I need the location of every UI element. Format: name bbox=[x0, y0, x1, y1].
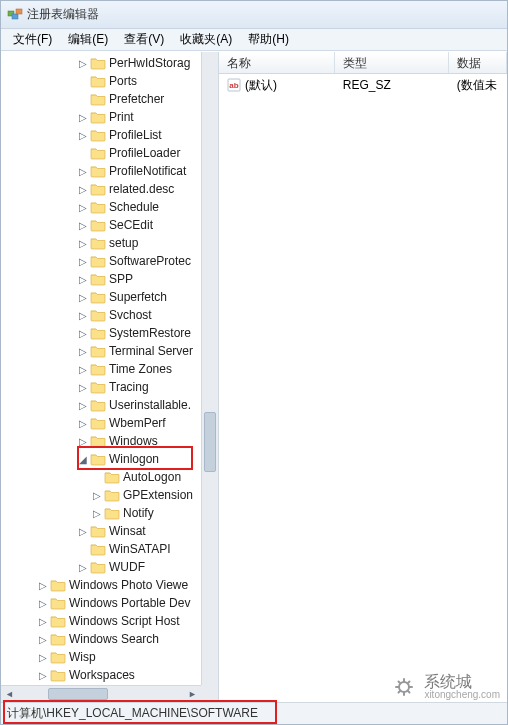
tree-item-label: Windows Portable Dev bbox=[69, 596, 194, 610]
tree-item[interactable]: ▷SystemRestore bbox=[1, 324, 201, 342]
tree-item[interactable]: ◢Winlogon bbox=[1, 450, 201, 468]
tree-item-label: Workspaces bbox=[69, 668, 139, 682]
statusbar: 计算机\HKEY_LOCAL_MACHINE\SOFTWARE bbox=[1, 702, 507, 724]
expand-icon[interactable]: ▷ bbox=[37, 598, 49, 609]
watermark-icon bbox=[390, 673, 418, 701]
expand-icon[interactable]: ▷ bbox=[77, 202, 89, 213]
scrollbar-thumb[interactable] bbox=[204, 412, 216, 472]
tree-item[interactable]: ▷Windows bbox=[1, 432, 201, 450]
expand-icon[interactable]: ▷ bbox=[77, 238, 89, 249]
tree-item[interactable]: ▷Windows Photo Viewe bbox=[1, 576, 201, 594]
tree-item[interactable]: ▷Terminal Server bbox=[1, 342, 201, 360]
tree-item[interactable]: ▷Time Zones bbox=[1, 360, 201, 378]
expand-icon[interactable]: ▷ bbox=[37, 652, 49, 663]
tree-item[interactable]: ▷Workspaces bbox=[1, 666, 201, 684]
tree-item[interactable]: ▷WinSATAPI bbox=[1, 540, 201, 558]
expand-icon[interactable]: ▷ bbox=[37, 580, 49, 591]
menu-edit[interactable]: 编辑(E) bbox=[60, 29, 116, 50]
expand-icon[interactable]: ▷ bbox=[77, 256, 89, 267]
window-title: 注册表编辑器 bbox=[27, 6, 99, 23]
expand-icon[interactable]: ▷ bbox=[77, 220, 89, 231]
tree-item[interactable]: ▷Userinstallable. bbox=[1, 396, 201, 414]
menu-favorites[interactable]: 收藏夹(A) bbox=[172, 29, 240, 50]
expand-icon[interactable]: ▷ bbox=[77, 418, 89, 429]
titlebar[interactable]: 注册表编辑器 bbox=[1, 1, 507, 29]
tree-item[interactable]: ▷ProfileLoader bbox=[1, 144, 201, 162]
expand-icon[interactable]: ▷ bbox=[77, 112, 89, 123]
tree-item[interactable]: ▷Winsat bbox=[1, 522, 201, 540]
col-name[interactable]: 名称 bbox=[219, 52, 335, 73]
tree-item-label: GPExtension bbox=[123, 488, 197, 502]
expand-icon[interactable]: ▷ bbox=[77, 166, 89, 177]
expand-icon[interactable]: ▷ bbox=[77, 346, 89, 357]
tree-item[interactable]: ▷SoftwareProtec bbox=[1, 252, 201, 270]
expand-icon[interactable]: ▷ bbox=[77, 130, 89, 141]
expand-icon[interactable]: ▷ bbox=[77, 292, 89, 303]
tree-item[interactable]: ▷ProfileList bbox=[1, 126, 201, 144]
tree-item[interactable]: ▷Windows Portable Dev bbox=[1, 594, 201, 612]
tree-item-label: SystemRestore bbox=[109, 326, 195, 340]
tree-item[interactable]: ▷WUDF bbox=[1, 558, 201, 576]
expand-icon[interactable]: ▷ bbox=[91, 490, 103, 501]
values-list[interactable]: ab(默认)REG_SZ(数值未 bbox=[219, 74, 507, 96]
expand-icon[interactable]: ▷ bbox=[91, 508, 103, 519]
expand-icon[interactable]: ▷ bbox=[77, 274, 89, 285]
expand-icon[interactable]: ▷ bbox=[77, 562, 89, 573]
menu-help[interactable]: 帮助(H) bbox=[240, 29, 297, 50]
tree-item[interactable]: ▷Windows Search bbox=[1, 630, 201, 648]
tree-item[interactable]: ▷AutoLogon bbox=[1, 468, 201, 486]
tree-item[interactable]: ▷ProfileNotificat bbox=[1, 162, 201, 180]
tree-item[interactable]: ▷Svchost bbox=[1, 306, 201, 324]
tree-item[interactable]: ▷related.desc bbox=[1, 180, 201, 198]
tree-item-label: Userinstallable. bbox=[109, 398, 195, 412]
vertical-scrollbar[interactable] bbox=[201, 52, 218, 685]
col-data[interactable]: 数据 bbox=[449, 52, 507, 73]
expand-icon[interactable]: ▷ bbox=[37, 616, 49, 627]
scroll-left-arrow[interactable]: ◄ bbox=[1, 686, 18, 702]
expand-icon[interactable]: ▷ bbox=[37, 634, 49, 645]
horizontal-scrollbar[interactable]: ◄ ► bbox=[1, 685, 201, 702]
tree-item[interactable]: ▷PerHwIdStorag bbox=[1, 54, 201, 72]
tree-item[interactable]: ▷Tracing bbox=[1, 378, 201, 396]
tree-item-label: PerHwIdStorag bbox=[109, 56, 194, 70]
value-name-cell: ab(默认) bbox=[219, 77, 335, 94]
tree-item[interactable]: ▷SeCEdit bbox=[1, 216, 201, 234]
value-row[interactable]: ab(默认)REG_SZ(数值未 bbox=[219, 76, 507, 94]
scrollbar-corner bbox=[201, 685, 218, 702]
app-icon bbox=[7, 7, 23, 23]
expand-icon[interactable]: ▷ bbox=[77, 364, 89, 375]
tree-item[interactable]: ▷Prefetcher bbox=[1, 90, 201, 108]
hscroll-track[interactable] bbox=[18, 686, 184, 702]
expand-icon[interactable]: ▷ bbox=[77, 184, 89, 195]
tree-item[interactable]: ▷Wisp bbox=[1, 648, 201, 666]
tree-item[interactable]: ▷Ports bbox=[1, 72, 201, 90]
expand-icon[interactable]: ▷ bbox=[77, 382, 89, 393]
collapse-icon[interactable]: ◢ bbox=[77, 454, 89, 465]
expand-icon[interactable]: ▷ bbox=[37, 670, 49, 681]
tree-item[interactable]: ▷Notify bbox=[1, 504, 201, 522]
tree-item-label: Ports bbox=[109, 74, 141, 88]
value-type-cell: REG_SZ bbox=[335, 78, 449, 92]
tree-item[interactable]: ▷Windows Script Host bbox=[1, 612, 201, 630]
col-type[interactable]: 类型 bbox=[335, 52, 449, 73]
tree-item[interactable]: ▷SPP bbox=[1, 270, 201, 288]
tree-item[interactable]: ▷Superfetch bbox=[1, 288, 201, 306]
values-pane: 名称 类型 数据 ab(默认)REG_SZ(数值未 bbox=[219, 52, 507, 702]
expand-icon[interactable]: ▷ bbox=[77, 400, 89, 411]
menu-file[interactable]: 文件(F) bbox=[5, 29, 60, 50]
expand-icon[interactable]: ▷ bbox=[77, 526, 89, 537]
expand-icon[interactable]: ▷ bbox=[77, 58, 89, 69]
tree-item[interactable]: ▷setup bbox=[1, 234, 201, 252]
hscroll-thumb[interactable] bbox=[48, 688, 108, 700]
tree-scroll-area[interactable]: ▷PerHwIdStorag▷Ports▷Prefetcher▷Print▷Pr… bbox=[1, 52, 201, 685]
scroll-right-arrow[interactable]: ► bbox=[184, 686, 201, 702]
expand-icon[interactable]: ▷ bbox=[77, 436, 89, 447]
content-area: ▷PerHwIdStorag▷Ports▷Prefetcher▷Print▷Pr… bbox=[1, 51, 507, 702]
expand-icon[interactable]: ▷ bbox=[77, 328, 89, 339]
expand-icon[interactable]: ▷ bbox=[77, 310, 89, 321]
tree-item[interactable]: ▷WbemPerf bbox=[1, 414, 201, 432]
tree-item[interactable]: ▷Schedule bbox=[1, 198, 201, 216]
tree-item[interactable]: ▷GPExtension bbox=[1, 486, 201, 504]
menu-view[interactable]: 查看(V) bbox=[116, 29, 172, 50]
tree-item[interactable]: ▷Print bbox=[1, 108, 201, 126]
